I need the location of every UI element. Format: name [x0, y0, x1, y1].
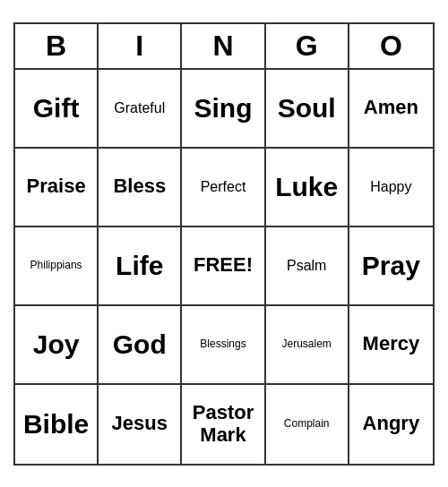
cell-r0-c1: Grateful [99, 70, 182, 149]
cell-text-r2-c4: Pray [362, 251, 420, 280]
cell-r4-c0: Bible [15, 385, 99, 464]
bingo-card: BINGO GiftGratefulSingSoulAmenPraiseBles… [13, 22, 435, 466]
cell-text-r4-c2: PastorMark [193, 402, 254, 445]
cell-r2-c0: Philippians [15, 227, 99, 306]
cell-r4-c4: Angry [349, 385, 433, 464]
cell-text-r2-c1: Life [116, 251, 163, 280]
cell-text-r3-c3: Jerusalem [282, 338, 332, 350]
cell-text-r2-c0: Philippians [30, 260, 82, 271]
cell-text-r2-c2: FREE! [194, 254, 253, 276]
cell-r2-c2: FREE! [182, 227, 265, 306]
cell-r2-c4: Pray [349, 227, 433, 306]
cell-r3-c2: Blessings [182, 306, 265, 385]
header-letter-n: N [182, 24, 265, 68]
cell-text-r4-c1: Jesus [112, 413, 168, 434]
cell-r2-c1: Life [99, 227, 182, 306]
cell-text-r3-c2: Blessings [200, 338, 246, 350]
cell-text-r4-c3: Complain [284, 418, 330, 430]
cell-r1-c3: Luke [266, 149, 349, 227]
header-letter-o: O [349, 24, 433, 68]
cell-r3-c3: Jerusalem [266, 306, 349, 385]
cell-text-r1-c1: Bless [113, 175, 166, 197]
cell-r0-c2: Sing [182, 70, 265, 149]
cell-r1-c0: Praise [15, 149, 99, 227]
header-letter-g: G [266, 24, 349, 68]
cell-r4-c3: Complain [266, 385, 349, 464]
cell-r0-c0: Gift [15, 70, 99, 149]
cell-r3-c1: God [99, 306, 182, 385]
cell-text-r0-c0: Gift [33, 93, 80, 123]
cell-text-r0-c3: Soul [278, 93, 336, 123]
cell-r1-c1: Bless [99, 149, 182, 227]
cell-text-r1-c2: Perfect [201, 179, 246, 195]
cell-r3-c4: Mercy [349, 306, 433, 385]
cell-text-r3-c0: Joy [33, 329, 80, 359]
cell-r2-c3: Psalm [266, 227, 349, 306]
cell-r1-c4: Happy [349, 149, 433, 227]
cell-r4-c2: PastorMark [182, 385, 265, 464]
cell-text-r3-c4: Mercy [363, 333, 420, 355]
cell-r1-c2: Perfect [182, 149, 265, 227]
cell-text-r1-c4: Happy [370, 179, 411, 195]
bingo-header: BINGO [15, 24, 433, 70]
cell-text-r2-c3: Psalm [287, 258, 326, 274]
cell-text-r0-c2: Sing [194, 93, 252, 123]
cell-text-r1-c0: Praise [27, 175, 86, 197]
cell-r0-c4: Amen [349, 70, 433, 149]
cell-r4-c1: Jesus [99, 385, 182, 464]
bingo-grid: GiftGratefulSingSoulAmenPraiseBlessPerfe… [15, 70, 433, 464]
cell-text-r0-c1: Grateful [114, 100, 165, 116]
cell-r0-c3: Soul [266, 70, 349, 149]
cell-text-r3-c1: God [113, 329, 167, 359]
header-letter-b: B [15, 24, 99, 68]
cell-text-r4-c4: Angry [363, 413, 420, 434]
header-letter-i: I [99, 24, 182, 68]
cell-r3-c0: Joy [15, 306, 99, 385]
cell-text-r1-c3: Luke [275, 172, 338, 201]
cell-text-r4-c0: Bible [23, 409, 89, 439]
cell-text-r0-c4: Amen [364, 97, 418, 118]
